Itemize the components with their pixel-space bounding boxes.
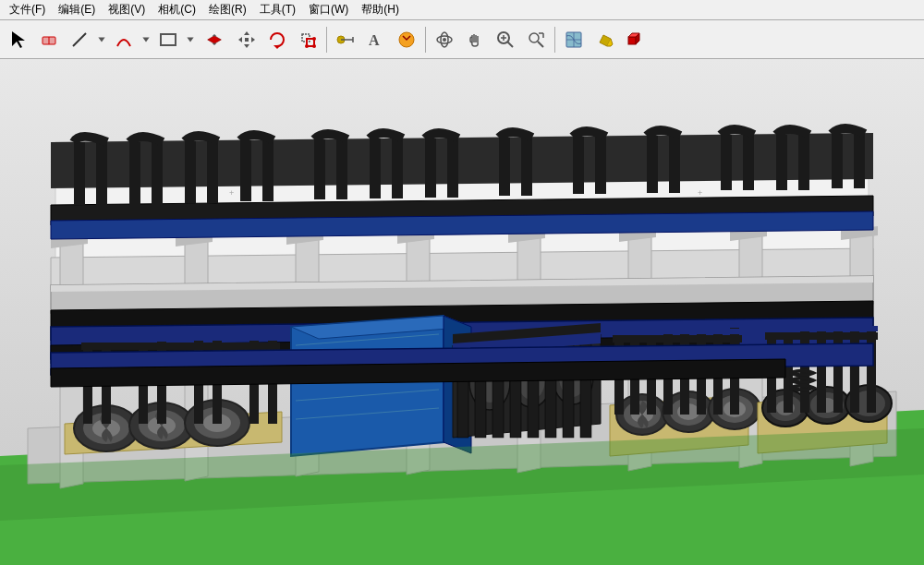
svg-rect-81 (447, 138, 458, 198)
svg-rect-86 (647, 136, 658, 193)
svg-rect-176 (817, 330, 826, 413)
menu-camera[interactable]: 相机(C) (152, 0, 201, 19)
tape-tool-btn[interactable] (331, 25, 360, 54)
svg-line-2 (73, 33, 86, 46)
rect-tool-btn[interactable] (153, 25, 183, 54)
svg-point-34 (529, 33, 539, 42)
eraser-tool-btn[interactable] (34, 25, 64, 54)
zoom-tool-btn[interactable] (491, 25, 520, 54)
svg-rect-162 (613, 335, 742, 343)
svg-rect-90 (776, 135, 787, 190)
svg-marker-12 (244, 44, 249, 48)
menu-window[interactable]: 窗口(W) (303, 0, 354, 19)
svg-rect-77 (336, 139, 347, 199)
svg-rect-85 (595, 137, 606, 194)
svg-rect-70 (129, 142, 140, 205)
svg-line-35 (538, 42, 543, 47)
menu-file[interactable]: 文件(F) (4, 0, 51, 19)
menu-tools[interactable]: 工具(T) (254, 0, 301, 19)
svg-rect-79 (392, 138, 403, 198)
move-tool-btn[interactable] (232, 25, 261, 54)
pan-tool-btn[interactable] (460, 25, 490, 54)
svg-marker-11 (244, 31, 249, 35)
scale-tool-btn[interactable] (293, 25, 322, 54)
svg-marker-5 (142, 37, 149, 42)
pushpull-tool-btn[interactable] (198, 25, 231, 54)
pencil-tool-btn[interactable] (65, 25, 94, 54)
svg-rect-89 (743, 135, 754, 190)
svg-rect-83 (521, 138, 532, 196)
svg-rect-91 (798, 135, 809, 190)
svg-rect-117 (81, 343, 280, 350)
svg-rect-69 (96, 142, 107, 205)
svg-point-19 (312, 37, 316, 41)
toolbar: A (0, 20, 924, 59)
svg-rect-75 (262, 140, 274, 201)
svg-marker-8 (208, 35, 222, 43)
svg-line-31 (507, 42, 513, 47)
svg-rect-180 (765, 332, 878, 340)
svg-rect-71 (152, 142, 163, 205)
svg-rect-92 (832, 134, 843, 188)
select-tool-btn[interactable] (4, 25, 33, 54)
svg-marker-16 (274, 45, 281, 49)
svg-point-20 (305, 44, 309, 48)
svg-marker-7 (187, 37, 193, 42)
separator-2 (425, 27, 426, 53)
svg-rect-87 (669, 136, 680, 193)
svg-rect-181 (765, 326, 878, 331)
svg-rect-178 (850, 328, 859, 413)
svg-marker-9 (213, 33, 217, 35)
arc-tool-btn[interactable] (109, 25, 139, 54)
svg-rect-76 (314, 139, 325, 199)
svg-rect-73 (207, 141, 218, 203)
rect-dropdown-btn[interactable] (184, 25, 197, 54)
svg-point-29 (443, 38, 446, 42)
svg-text:+: + (229, 188, 234, 198)
menu-draw[interactable]: 绘图(R) (203, 0, 252, 19)
geo-tool-btn[interactable] (559, 25, 589, 54)
svg-rect-78 (370, 138, 381, 198)
separator-3 (554, 27, 555, 53)
svg-marker-14 (251, 37, 255, 42)
material-tool-btn[interactable] (590, 25, 619, 54)
svg-rect-68 (74, 142, 85, 205)
menu-help[interactable]: 帮助(H) (356, 0, 405, 19)
arc-dropdown-btn[interactable] (140, 25, 152, 54)
svg-rect-80 (425, 138, 436, 198)
rotate-tool-btn[interactable] (262, 25, 292, 54)
svg-rect-74 (240, 140, 251, 201)
svg-text:+: + (698, 188, 702, 198)
svg-rect-15 (245, 38, 249, 42)
svg-rect-163 (613, 329, 742, 334)
svg-rect-72 (185, 141, 196, 203)
svg-rect-6 (161, 34, 176, 45)
separator-1 (326, 27, 327, 53)
text-tool-btn[interactable]: A (361, 25, 391, 54)
svg-marker-10 (213, 42, 217, 44)
svg-text:A: A (369, 32, 380, 48)
menu-bar: 文件(F) 编辑(E) 视图(V) 相机(C) 绘图(R) 工具(T) 窗口(W… (0, 0, 924, 20)
menu-view[interactable]: 视图(V) (103, 0, 151, 19)
svg-rect-118 (81, 334, 280, 341)
svg-rect-82 (499, 138, 510, 196)
svg-rect-84 (573, 137, 584, 194)
scene-canvas: + + (0, 59, 924, 565)
menu-edit[interactable]: 编辑(E) (53, 0, 101, 19)
svg-rect-41 (628, 37, 636, 44)
svg-rect-177 (833, 329, 843, 413)
svg-rect-88 (721, 135, 732, 190)
orbit-tool-btn[interactable] (430, 25, 459, 54)
zoom-extents-btn[interactable] (521, 25, 551, 54)
svg-marker-13 (238, 37, 242, 42)
component-tool-btn[interactable] (620, 25, 650, 54)
svg-rect-141 (580, 330, 591, 438)
svg-rect-93 (854, 134, 865, 188)
svg-point-21 (312, 44, 316, 48)
axes-tool-btn[interactable] (392, 25, 421, 54)
viewport[interactable]: + + (0, 59, 924, 565)
line-dropdown-btn[interactable] (95, 25, 108, 54)
svg-marker-4 (98, 37, 104, 42)
